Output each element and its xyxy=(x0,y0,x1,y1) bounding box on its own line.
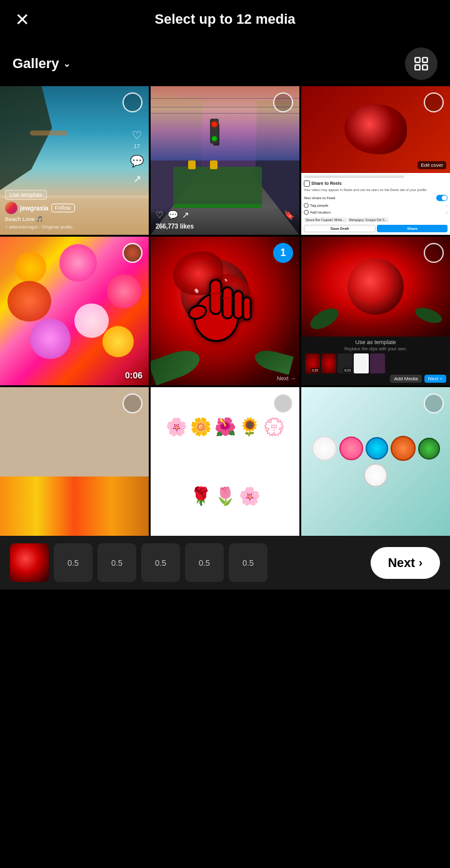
chevron-down-icon: ⌄ xyxy=(63,59,71,69)
grid-view-button[interactable] xyxy=(405,47,438,80)
cell-rose-closeup[interactable]: 1 xyxy=(151,237,299,385)
sticker-7: 🌷 xyxy=(214,486,236,506)
slot-4[interactable]: 0.5 xyxy=(185,543,224,582)
select-circle-insta-rose[interactable] xyxy=(424,243,444,263)
likes-count: 266,773 likes xyxy=(156,223,194,230)
share-btn[interactable]: Share xyxy=(377,225,448,232)
cell-flower-stickers[interactable]: 🌸 🌼 🌺 🌻 💮 🌹 🌷 🌸 xyxy=(151,387,299,536)
sticker-4: 🌻 xyxy=(239,417,261,437)
sticker-8: 🌸 xyxy=(239,486,261,506)
select-circle-stickers[interactable] xyxy=(273,393,293,413)
sticker-2: 🌼 xyxy=(190,417,212,437)
save-draft-btn[interactable]: Save Draft xyxy=(304,225,376,232)
tag-people-label: Tag people xyxy=(310,204,445,207)
select-circle-beige[interactable] xyxy=(122,393,142,413)
gallery-label-text: Gallery xyxy=(12,56,59,72)
close-button[interactable]: ✕ xyxy=(15,9,29,30)
gallery-bar: Gallery ⌄ xyxy=(0,39,450,86)
slot-1[interactable]: 0.5 xyxy=(54,543,92,582)
next-chevron-icon: › xyxy=(419,556,422,570)
location-chip-2: Mengagoy, Surigao Del S... xyxy=(348,217,389,222)
slot-4-duration: 0.5 xyxy=(199,558,210,568)
tag-icon xyxy=(304,203,309,208)
thumb-mini-dark: 8:23 xyxy=(338,353,352,373)
header: ✕ Select up to 12 media xyxy=(0,0,450,39)
thumb-mini-rose-1: 0:25 xyxy=(305,353,320,373)
slot-2-duration: 0.5 xyxy=(111,558,122,568)
header-title: Select up to 12 media xyxy=(155,11,296,27)
cell-insta-rose-post[interactable]: Use as template Replace the clips with y… xyxy=(301,237,450,385)
use-as-template-label: Use as template xyxy=(305,339,446,345)
user-avatar xyxy=(5,202,18,214)
cell-beach-reel[interactable]: ♡ 17 💬 ↗ Use template jewgraxia Follow B… xyxy=(0,86,149,235)
selected-thumbnail-image xyxy=(10,543,49,582)
add-location-label: Add location xyxy=(310,210,445,214)
next-button[interactable]: Next › xyxy=(371,547,440,579)
sticker-1: 🌸 xyxy=(166,417,188,437)
also-share-label: Also share to Feed xyxy=(304,196,335,200)
cell-flower-bouquet[interactable]: 0:06 xyxy=(0,237,149,385)
cell-next-hint: Next → xyxy=(277,375,296,382)
cell-beige[interactable] xyxy=(0,387,149,536)
svg-rect-3 xyxy=(422,65,428,70)
audio-info: ♪ alteredsnaps · Original audio xyxy=(5,224,144,230)
select-circle-beach[interactable] xyxy=(122,92,142,112)
beach-title: Beach Love 🎵 xyxy=(5,216,144,222)
bottom-bar: 0.5 0.5 0.5 0.5 0.5 Next › xyxy=(0,536,450,589)
cell-paper-roses[interactable] xyxy=(301,387,450,536)
slot-3[interactable]: 0.5 xyxy=(141,543,180,582)
select-circle-flowers[interactable] xyxy=(122,243,142,263)
reel-icons: ♡ 17 💬 ↗ xyxy=(130,129,144,185)
add-media-btn[interactable]: Add Media xyxy=(390,375,421,383)
slot-5-duration: 0.5 xyxy=(242,558,254,568)
sticker-6: 🌹 xyxy=(190,486,212,506)
select-circle-paper-roses[interactable] xyxy=(424,393,444,413)
cell-street-photo[interactable]: ♡ 💬 ↗ 🔖 266,773 likes xyxy=(151,86,299,235)
duration-badge-flowers: 0:06 xyxy=(125,370,142,380)
reels-desc: Your video may appear in Reels and can b… xyxy=(304,188,448,192)
share-toggle xyxy=(436,195,448,201)
location-chip-1: Space Bar Cagwait: White... xyxy=(304,217,347,222)
slot-3-duration: 0.5 xyxy=(155,558,166,568)
svg-rect-0 xyxy=(415,57,420,62)
next-btn-cell[interactable]: Next > xyxy=(424,375,446,383)
sticker-5: 💮 xyxy=(263,417,285,437)
thumb-mini-purple xyxy=(370,353,385,373)
cell-insta-post[interactable]: Edit cover Share to Reels Your video may… xyxy=(301,86,450,235)
username: jewgraxia xyxy=(20,205,49,212)
sticker-3: 🌺 xyxy=(214,417,236,437)
slot-5[interactable]: 0.5 xyxy=(229,543,268,582)
select-circle-street[interactable] xyxy=(273,92,293,112)
thumb-mini-rose-2 xyxy=(321,353,336,373)
select-circle-insta[interactable] xyxy=(424,92,444,112)
selection-number: 1 xyxy=(281,247,286,259)
street-bottom-bar: ♡ 💬 ↗ 🔖 266,773 likes xyxy=(151,206,299,235)
select-circle-rose-selected[interactable]: 1 xyxy=(273,243,293,263)
svg-rect-1 xyxy=(422,57,428,62)
slot-1-duration: 0.5 xyxy=(68,558,79,568)
slot-2[interactable]: 0.5 xyxy=(98,543,136,582)
template-thumbnails: 0:25 8:23 xyxy=(305,353,446,373)
next-label: Next xyxy=(388,556,415,570)
svg-rect-2 xyxy=(415,65,420,70)
selected-thumbnail[interactable] xyxy=(10,543,49,582)
rose-preview xyxy=(344,104,407,154)
replace-clips-label: Replace the clips with your own. xyxy=(305,347,446,351)
location-icon xyxy=(304,210,309,215)
gallery-dropdown[interactable]: Gallery ⌄ xyxy=(12,56,71,72)
media-grid: ♡ 17 💬 ↗ Use template jewgraxia Follow B… xyxy=(0,86,450,536)
grid-icon xyxy=(413,56,429,72)
edit-cover-badge: Edit cover xyxy=(418,161,446,169)
follow-button[interactable]: Follow xyxy=(51,204,75,212)
share-to-reels-label: Share to Reels xyxy=(311,181,342,185)
thumb-mini-daisy xyxy=(354,353,369,373)
